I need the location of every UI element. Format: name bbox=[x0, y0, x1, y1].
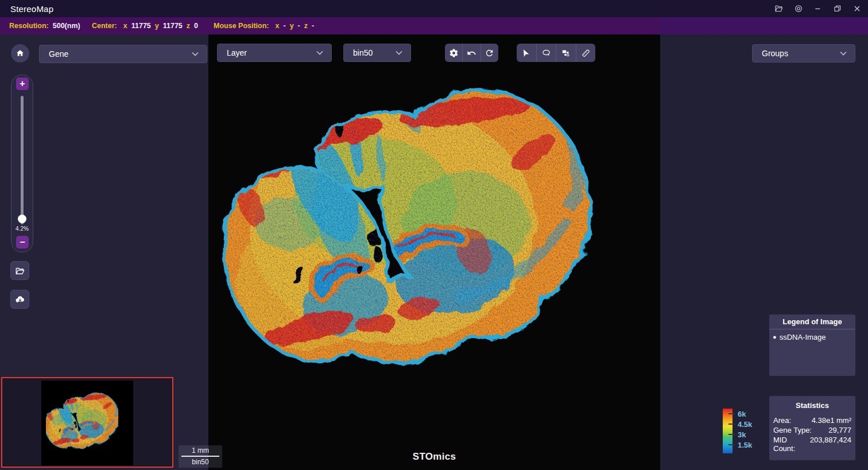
zoom-percent: 4.2% bbox=[11, 226, 33, 232]
status-info-bar: Resolution: 500(nm) Center: x 11775 y 11… bbox=[0, 17, 868, 34]
stomics-watermark: STOmics bbox=[208, 451, 660, 463]
legend-bullet-icon: ● bbox=[773, 334, 777, 340]
resolution-readout: Resolution: 500(nm) bbox=[9, 17, 80, 34]
legend-panel: Legend of Image ● ssDNA-Image bbox=[769, 314, 855, 376]
center-x-value: 11775 bbox=[131, 22, 151, 30]
center-z-value: 0 bbox=[194, 22, 198, 30]
grid-squares-icon bbox=[561, 48, 571, 58]
mouse-position-readout: Mouse Position: x - y - z - bbox=[214, 17, 314, 34]
minimap[interactable] bbox=[1, 377, 173, 468]
chevron-down-icon bbox=[316, 51, 323, 55]
layer-dropdown[interactable]: Layer bbox=[217, 44, 332, 62]
select-tool-group bbox=[517, 44, 595, 62]
pointer-select-button[interactable] bbox=[517, 44, 537, 62]
colorbar-tick bbox=[728, 434, 735, 435]
display-settings-button[interactable] bbox=[445, 44, 463, 62]
zoom-slider-track[interactable] bbox=[21, 96, 24, 224]
title-bar: StereoMap bbox=[0, 0, 868, 17]
minimize-icon[interactable] bbox=[813, 3, 823, 14]
gear-icon bbox=[449, 48, 459, 58]
cursor-icon bbox=[521, 48, 531, 58]
mouse-z-value: - bbox=[312, 22, 314, 30]
cloud-download-icon bbox=[15, 294, 25, 305]
stat-value: 203,887,424 bbox=[810, 436, 851, 453]
stat-value: 4.38e1 mm² bbox=[812, 416, 851, 425]
stat-value: 29,777 bbox=[828, 426, 851, 434]
lasso-select-button[interactable] bbox=[537, 44, 557, 62]
brush-select-button[interactable] bbox=[556, 44, 576, 62]
folder-icon bbox=[15, 266, 25, 276]
bin-dropdown[interactable]: bin50 bbox=[343, 44, 411, 62]
info-bar-right-segment bbox=[659, 17, 868, 34]
scale-bar: 1 mm bin50 bbox=[179, 445, 222, 468]
mouse-x-label: x bbox=[276, 22, 280, 30]
statistics-row: Gene Type: 29,777 bbox=[769, 425, 855, 435]
mouse-z-label: z bbox=[304, 22, 308, 30]
restore-window-icon[interactable] bbox=[832, 3, 843, 14]
close-icon[interactable] bbox=[852, 3, 862, 14]
mouse-position-label: Mouse Position: bbox=[214, 22, 269, 30]
open-file-icon[interactable] bbox=[774, 3, 784, 14]
scale-bar-distance: 1 mm bbox=[181, 446, 219, 457]
colorbar-tick bbox=[728, 413, 735, 414]
mouse-y-value: - bbox=[298, 22, 300, 30]
center-label: Center: bbox=[92, 22, 117, 30]
resolution-value: 500(nm) bbox=[53, 22, 80, 30]
center-y-label: y bbox=[155, 22, 159, 30]
gene-dropdown-label: Gene bbox=[49, 49, 192, 59]
undo-icon bbox=[467, 48, 476, 58]
zoom-slider-thumb[interactable] bbox=[18, 215, 26, 223]
colorbar-tick-label: 1.5k bbox=[738, 440, 752, 450]
lasso-icon bbox=[541, 48, 551, 58]
mouse-x-value: - bbox=[283, 22, 285, 30]
colorbar-labels: 6k 4.5k 3k 1.5k bbox=[738, 409, 752, 450]
colorbar-tick bbox=[728, 444, 735, 445]
colorbar-tick-label: 3k bbox=[738, 430, 752, 440]
measure-tool-button[interactable] bbox=[576, 44, 596, 62]
zoom-in-button[interactable]: + bbox=[16, 77, 29, 90]
reset-rotation-button[interactable] bbox=[481, 44, 498, 62]
layer-dropdown-label: Layer bbox=[227, 48, 316, 57]
gene-dropdown[interactable]: Gene bbox=[39, 45, 207, 63]
groups-dropdown[interactable]: Groups bbox=[752, 44, 855, 63]
stat-label: MID Count: bbox=[773, 436, 810, 453]
zoom-slider: + 4.2% − bbox=[11, 75, 33, 253]
stat-label: Gene Type: bbox=[773, 426, 812, 434]
scale-bar-bin: bin50 bbox=[181, 458, 219, 466]
left-panel: Gene + 4.2% − bbox=[0, 34, 208, 470]
ruler-icon bbox=[581, 48, 591, 58]
tissue-heatmap-image bbox=[208, 34, 660, 470]
statistics-row: MID Count: 203,887,424 bbox=[769, 435, 855, 453]
legend-item[interactable]: ● ssDNA-Image bbox=[769, 329, 855, 341]
home-button[interactable] bbox=[11, 44, 29, 63]
chevron-down-icon bbox=[840, 51, 847, 56]
center-x-label: x bbox=[123, 22, 127, 30]
open-folder-button[interactable] bbox=[10, 261, 29, 280]
stereomap-window: StereoMap Resolution: 500(nm) bbox=[0, 0, 868, 470]
view-tool-group bbox=[445, 44, 498, 62]
groups-dropdown-label: Groups bbox=[762, 49, 840, 58]
statistics-row: Area: 4.38e1 mm² bbox=[769, 415, 855, 425]
colorbar-tick-label: 6k bbox=[738, 409, 752, 419]
stat-label: Area: bbox=[773, 416, 791, 425]
cloud-download-button[interactable] bbox=[10, 290, 29, 309]
colorbar: 6k 4.5k 3k 1.5k bbox=[723, 409, 769, 460]
refresh-icon bbox=[485, 48, 494, 58]
legend-title: Legend of Image bbox=[769, 314, 855, 329]
chevron-down-icon bbox=[396, 51, 402, 55]
chevron-down-icon bbox=[192, 52, 199, 56]
settings-gear-icon[interactable] bbox=[793, 3, 804, 14]
image-canvas[interactable]: Layer bin50 bbox=[208, 34, 660, 470]
right-panel: Groups Legend of Image ● ssDNA-Image 6k … bbox=[660, 34, 868, 470]
mouse-y-label: y bbox=[290, 22, 294, 30]
zoom-out-button[interactable]: − bbox=[16, 236, 29, 248]
minimap-tissue-thumbnail bbox=[46, 392, 118, 452]
resolution-label: Resolution: bbox=[9, 22, 49, 30]
colorbar-tick bbox=[728, 424, 735, 425]
bin-dropdown-label: bin50 bbox=[353, 48, 396, 57]
undo-button[interactable] bbox=[463, 44, 480, 62]
center-z-label: z bbox=[187, 22, 190, 30]
app-title: StereoMap bbox=[10, 4, 53, 14]
statistics-title: Statistics bbox=[769, 396, 855, 415]
statistics-panel: Statistics Area: 4.38e1 mm² Gene Type: 2… bbox=[769, 396, 855, 460]
